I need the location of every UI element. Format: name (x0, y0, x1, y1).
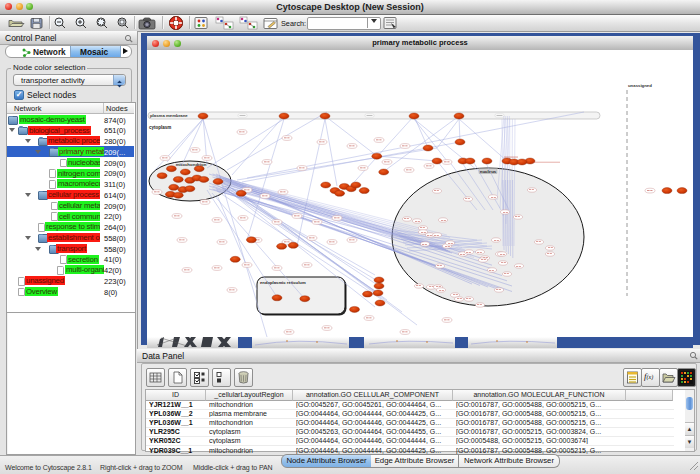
svg-text:cytoplasm: cytoplasm (149, 125, 171, 130)
svg-text:unassigned: unassigned (628, 83, 652, 88)
svg-text:plasma membrane: plasma membrane (150, 113, 188, 118)
svg-text:nucleus: nucleus (480, 169, 497, 174)
